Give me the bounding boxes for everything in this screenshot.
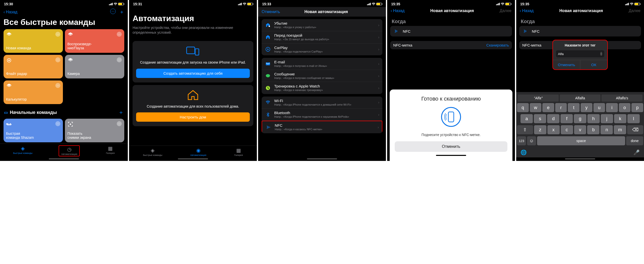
screen-nfc-name: 15:35 ‹Назад Новая автоматизация Далее К…	[516, 0, 644, 161]
key-n[interactable]: n	[600, 125, 613, 134]
key-123[interactable]: 123	[517, 136, 526, 145]
trigger-bluetooth[interactable]: BluetoothНапр.: «Когда iPhone подключает…	[262, 109, 382, 121]
chevron-right-icon: ›	[378, 86, 379, 90]
trigger-email[interactable]: E-mailНапр.: «Когда я получаю e-mail от …	[262, 58, 382, 70]
home-indicator[interactable]	[307, 158, 337, 159]
key-i[interactable]: i	[606, 103, 618, 112]
nfc-tag-row[interactable]: NFC-метка Сканировать	[390, 41, 512, 49]
mic-icon[interactable]: 🎤	[633, 149, 640, 155]
trigger-group-comm: E-mailНапр.: «Когда я получаю e-mail от …	[262, 58, 382, 94]
shortcut-tile-camera[interactable]: ⋯ Камера	[65, 55, 124, 78]
tag-name-input[interactable]	[558, 52, 600, 56]
key-w[interactable]: w	[530, 103, 542, 112]
add-icon[interactable]: ＋	[119, 9, 124, 15]
key-backspace[interactable]: ⌫	[627, 125, 643, 134]
add-icon[interactable]: ＋	[118, 109, 124, 116]
shortcut-tile-new[interactable]: ⋯ Новая команда	[4, 29, 63, 53]
tab-automation[interactable]: ◷ Автоматизация	[59, 145, 80, 156]
mail-icon	[265, 61, 271, 67]
key-m[interactable]: m	[614, 125, 626, 134]
key-x[interactable]: x	[547, 125, 560, 134]
tile-more-icon[interactable]: ⋯	[55, 57, 60, 62]
scan-action[interactable]: Сканировать	[486, 43, 509, 47]
key-done[interactable]: done	[626, 136, 643, 145]
key-u[interactable]: u	[593, 103, 605, 112]
home-indicator[interactable]	[565, 158, 595, 159]
globe-icon[interactable]: 🌐	[520, 149, 527, 155]
alert-ok-button[interactable]: ОК	[580, 60, 608, 69]
suggestion-2[interactable]: Alfalfa	[560, 95, 601, 102]
tile-more-icon[interactable]: ⋯	[117, 32, 122, 37]
chevron-left-icon: ‹	[391, 9, 392, 13]
svg-rect-4	[195, 49, 199, 55]
key-e[interactable]: e	[542, 103, 554, 112]
shortcut-tile-playpause[interactable]: ⋯ Воспроизведе- ние/Пауза	[65, 29, 124, 53]
tile-more-icon[interactable]: ⋯	[117, 57, 122, 62]
key-shift[interactable]: ⇧	[517, 125, 533, 134]
message-icon	[265, 73, 271, 79]
alert-input-wrap[interactable]: ✕	[556, 50, 604, 57]
key-r[interactable]: r	[555, 103, 567, 112]
sheet-cancel-button[interactable]: Отменить	[395, 141, 507, 152]
key-c[interactable]: c	[561, 125, 573, 134]
key-j[interactable]: j	[601, 114, 613, 123]
create-personal-button[interactable]: Создать автоматизацию для себя	[136, 69, 250, 78]
shortcut-tile-calculator[interactable]: ⋯ Калькулятор	[4, 80, 63, 104]
home-indicator[interactable]	[49, 158, 79, 159]
svg-point-2	[70, 123, 71, 125]
back-button[interactable]: ‹Назад	[520, 9, 534, 13]
key-space[interactable]: space	[537, 136, 625, 145]
shortcut-tile-shazam[interactable]: ⋯ Быстрая команда Shazam	[4, 119, 63, 142]
key-z[interactable]: z	[534, 125, 546, 134]
trigger-before-commute[interactable]: Перед поездкойНапр.: «За 15 минут до вых…	[262, 31, 382, 43]
trigger-message[interactable]: СообщениеНапр.: «Когда я получаю сообщен…	[262, 70, 382, 82]
key-y[interactable]: y	[581, 103, 592, 112]
trigger-wifi[interactable]: Wi-FiНапр.: «Когда iPhone подключается к…	[262, 97, 382, 109]
key-h[interactable]: h	[587, 114, 600, 123]
trigger-leave[interactable]: УбытиеНапр.: «Когда я ухожу с работы» ›	[262, 19, 382, 31]
key-d[interactable]: d	[547, 114, 559, 123]
key-f[interactable]: f	[560, 114, 573, 123]
more-icon[interactable]: ⋯	[110, 9, 116, 14]
key-g[interactable]: g	[574, 114, 586, 123]
back-button[interactable]: ‹Назад	[391, 9, 405, 13]
suggestion-3[interactable]: Alfalfa's	[601, 95, 642, 102]
tab-gallery[interactable]: ▦ Галерея	[106, 145, 115, 156]
home-indicator[interactable]	[178, 158, 208, 159]
chevron-right-icon: ›	[378, 47, 379, 51]
key-q[interactable]: q	[517, 103, 529, 112]
key-b[interactable]: b	[587, 125, 599, 134]
trigger-carplay[interactable]: CarPlayНапр.: «Когда подключается CarPla…	[262, 43, 382, 55]
setup-home-button[interactable]: Настроить дом	[136, 112, 250, 122]
tile-more-icon[interactable]: ⋯	[117, 121, 122, 126]
trigger-nfc[interactable]: NFCНапр.: «Когда я касаюсь NFC-метки» ›	[262, 121, 382, 133]
key-p[interactable]: p	[631, 103, 643, 112]
trigger-workout[interactable]: Тренировка с Apple WatchНапр.: «Когда я …	[262, 82, 382, 94]
tile-more-icon[interactable]: ⋯	[55, 121, 60, 126]
shortcut-tile-screenshots[interactable]: ⋯ Показать снимки экрана	[65, 119, 124, 142]
suggestion-1[interactable]: "Alfa"	[518, 95, 559, 102]
radar-icon	[6, 57, 12, 63]
key-l[interactable]: l	[627, 114, 640, 123]
home-indicator[interactable]	[436, 155, 466, 156]
section-starter[interactable]: ▭ Начальные команды	[4, 110, 57, 115]
key-a[interactable]: a	[520, 114, 533, 123]
key-o[interactable]: o	[619, 103, 631, 112]
key-s[interactable]: s	[534, 114, 546, 123]
back-button[interactable]: ‹ Назад	[4, 10, 17, 14]
clear-icon[interactable]: ✕	[600, 52, 602, 56]
tab-automation[interactable]: ◉ Автоматизация	[190, 147, 206, 156]
key-k[interactable]: k	[614, 114, 626, 123]
tile-more-icon[interactable]: ⋯	[55, 83, 60, 88]
tab-shortcuts[interactable]: ◈ Быстрые команды	[13, 145, 32, 156]
home-clock-icon	[265, 34, 271, 40]
tab-shortcuts[interactable]: ◈ Быстрые команды	[143, 147, 162, 156]
shortcut-tile-flightradar[interactable]: ⋯ Флайт радар	[4, 55, 63, 78]
cancel-button[interactable]: Отменить	[262, 10, 280, 14]
alert-cancel-button[interactable]: Отменить	[553, 60, 580, 69]
key-t[interactable]: t	[568, 103, 580, 112]
tile-more-icon[interactable]: ⋯	[55, 32, 60, 37]
key-v[interactable]: v	[574, 125, 586, 134]
key-emoji[interactable]: ☺	[527, 136, 536, 145]
tab-gallery[interactable]: ▦ Галерея	[234, 147, 243, 156]
